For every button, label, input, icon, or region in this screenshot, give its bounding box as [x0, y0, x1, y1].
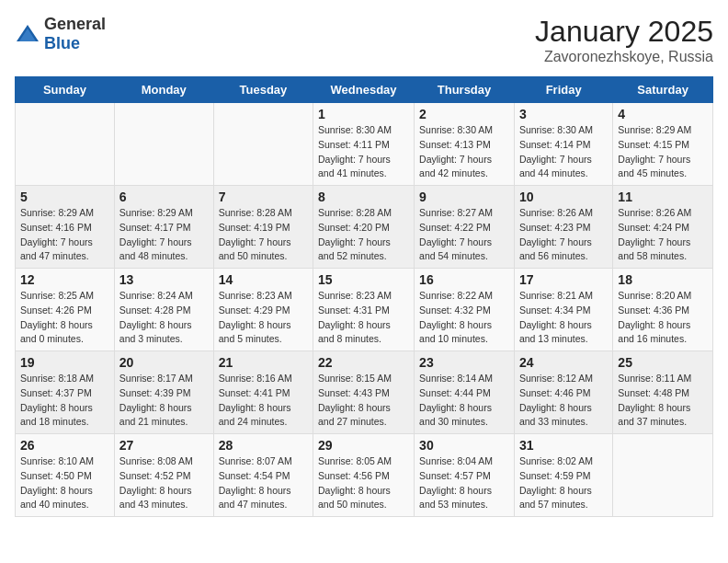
day-info: Sunrise: 8:30 AM Sunset: 4:14 PM Dayligh…	[519, 123, 608, 181]
calendar-cell: 25Sunrise: 8:11 AM Sunset: 4:48 PM Dayli…	[613, 351, 713, 434]
day-number: 30	[419, 438, 509, 453]
weekday-header: Saturday	[613, 77, 713, 103]
calendar-cell: 17Sunrise: 8:21 AM Sunset: 4:34 PM Dayli…	[514, 269, 612, 351]
day-number: 5	[20, 190, 109, 204]
weekday-header: Sunday	[16, 77, 115, 103]
calendar-cell: 20Sunrise: 8:17 AM Sunset: 4:39 PM Dayli…	[114, 351, 213, 434]
day-info: Sunrise: 8:28 AM Sunset: 4:19 PM Dayligh…	[219, 206, 308, 264]
day-number: 2	[419, 107, 509, 121]
day-number: 19	[20, 355, 109, 370]
day-info: Sunrise: 8:07 AM Sunset: 4:54 PM Dayligh…	[219, 454, 308, 512]
day-number: 28	[219, 438, 308, 453]
weekday-header: Tuesday	[213, 77, 313, 103]
calendar-cell: 2Sunrise: 8:30 AM Sunset: 4:13 PM Daylig…	[415, 103, 515, 186]
calendar-cell: 19Sunrise: 8:18 AM Sunset: 4:37 PM Dayli…	[16, 351, 115, 434]
calendar-cell: 5Sunrise: 8:29 AM Sunset: 4:16 PM Daylig…	[16, 186, 115, 269]
day-number: 18	[618, 272, 708, 287]
day-info: Sunrise: 8:25 AM Sunset: 4:26 PM Dayligh…	[20, 289, 109, 347]
day-number: 23	[419, 355, 509, 370]
day-info: Sunrise: 8:02 AM Sunset: 4:59 PM Dayligh…	[519, 454, 608, 512]
day-info: Sunrise: 8:24 AM Sunset: 4:28 PM Dayligh…	[119, 289, 209, 347]
day-number: 8	[318, 190, 409, 204]
calendar-cell: 9Sunrise: 8:27 AM Sunset: 4:22 PM Daylig…	[415, 186, 515, 269]
day-info: Sunrise: 8:27 AM Sunset: 4:22 PM Dayligh…	[419, 206, 509, 264]
day-number: 11	[618, 190, 708, 204]
calendar-cell: 26Sunrise: 8:10 AM Sunset: 4:50 PM Dayli…	[16, 434, 115, 517]
calendar-cell	[114, 103, 213, 186]
day-info: Sunrise: 8:26 AM Sunset: 4:23 PM Dayligh…	[519, 206, 608, 264]
day-info: Sunrise: 8:21 AM Sunset: 4:34 PM Dayligh…	[519, 289, 608, 347]
calendar-cell: 1Sunrise: 8:30 AM Sunset: 4:11 PM Daylig…	[313, 103, 415, 186]
calendar-cell: 31Sunrise: 8:02 AM Sunset: 4:59 PM Dayli…	[514, 434, 612, 517]
weekday-header: Wednesday	[313, 77, 415, 103]
calendar-cell: 24Sunrise: 8:12 AM Sunset: 4:46 PM Dayli…	[514, 351, 612, 434]
calendar-week-row: 26Sunrise: 8:10 AM Sunset: 4:50 PM Dayli…	[16, 434, 713, 517]
day-info: Sunrise: 8:05 AM Sunset: 4:56 PM Dayligh…	[318, 454, 409, 512]
location-title: Zavoronezhskoye, Russia	[535, 49, 713, 65]
day-number: 1	[318, 107, 409, 121]
day-info: Sunrise: 8:17 AM Sunset: 4:39 PM Dayligh…	[119, 372, 209, 430]
month-title: January 2025	[535, 15, 713, 49]
day-number: 4	[618, 107, 708, 121]
day-number: 6	[119, 190, 209, 204]
calendar-week-row: 1Sunrise: 8:30 AM Sunset: 4:11 PM Daylig…	[16, 103, 713, 186]
logo-icon	[15, 21, 40, 47]
calendar-cell: 21Sunrise: 8:16 AM Sunset: 4:41 PM Dayli…	[213, 351, 313, 434]
day-number: 27	[119, 438, 209, 453]
calendar-cell: 28Sunrise: 8:07 AM Sunset: 4:54 PM Dayli…	[213, 434, 313, 517]
calendar-week-row: 5Sunrise: 8:29 AM Sunset: 4:16 PM Daylig…	[16, 186, 713, 269]
day-info: Sunrise: 8:15 AM Sunset: 4:43 PM Dayligh…	[318, 372, 409, 430]
day-number: 14	[219, 272, 308, 287]
calendar-cell: 6Sunrise: 8:29 AM Sunset: 4:17 PM Daylig…	[114, 186, 213, 269]
day-number: 9	[419, 190, 509, 204]
day-info: Sunrise: 8:18 AM Sunset: 4:37 PM Dayligh…	[20, 372, 109, 430]
calendar-cell: 22Sunrise: 8:15 AM Sunset: 4:43 PM Dayli…	[313, 351, 415, 434]
calendar-cell: 30Sunrise: 8:04 AM Sunset: 4:57 PM Dayli…	[415, 434, 515, 517]
day-number: 25	[618, 355, 708, 370]
calendar-cell: 13Sunrise: 8:24 AM Sunset: 4:28 PM Dayli…	[114, 269, 213, 351]
day-info: Sunrise: 8:04 AM Sunset: 4:57 PM Dayligh…	[419, 454, 509, 512]
calendar-week-row: 19Sunrise: 8:18 AM Sunset: 4:37 PM Dayli…	[16, 351, 713, 434]
day-info: Sunrise: 8:23 AM Sunset: 4:29 PM Dayligh…	[219, 289, 308, 347]
day-info: Sunrise: 8:26 AM Sunset: 4:24 PM Dayligh…	[618, 206, 708, 264]
day-number: 3	[519, 107, 608, 121]
logo-blue: Blue	[44, 34, 80, 52]
day-number: 13	[119, 272, 209, 287]
logo: General Blue	[15, 15, 106, 53]
calendar-cell: 23Sunrise: 8:14 AM Sunset: 4:44 PM Dayli…	[415, 351, 515, 434]
day-number: 22	[318, 355, 409, 370]
calendar-cell: 15Sunrise: 8:23 AM Sunset: 4:31 PM Dayli…	[313, 269, 415, 351]
day-info: Sunrise: 8:08 AM Sunset: 4:52 PM Dayligh…	[119, 454, 209, 512]
day-number: 29	[318, 438, 409, 453]
day-number: 10	[519, 190, 608, 204]
day-info: Sunrise: 8:10 AM Sunset: 4:50 PM Dayligh…	[20, 454, 109, 512]
day-number: 21	[219, 355, 308, 370]
day-number: 12	[20, 272, 109, 287]
day-info: Sunrise: 8:29 AM Sunset: 4:16 PM Dayligh…	[20, 206, 109, 264]
calendar-week-row: 12Sunrise: 8:25 AM Sunset: 4:26 PM Dayli…	[16, 269, 713, 351]
weekday-header: Monday	[114, 77, 213, 103]
calendar-cell: 11Sunrise: 8:26 AM Sunset: 4:24 PM Dayli…	[613, 186, 713, 269]
day-number: 24	[519, 355, 608, 370]
page-header: General Blue January 2025 Zavoronezhskoy…	[15, 15, 713, 65]
weekday-header: Thursday	[415, 77, 515, 103]
day-number: 17	[519, 272, 608, 287]
calendar-cell: 12Sunrise: 8:25 AM Sunset: 4:26 PM Dayli…	[16, 269, 115, 351]
calendar-cell: 7Sunrise: 8:28 AM Sunset: 4:19 PM Daylig…	[213, 186, 313, 269]
calendar-cell: 18Sunrise: 8:20 AM Sunset: 4:36 PM Dayli…	[613, 269, 713, 351]
day-info: Sunrise: 8:30 AM Sunset: 4:13 PM Dayligh…	[419, 123, 509, 181]
logo-general: General	[44, 15, 106, 33]
day-number: 16	[419, 272, 509, 287]
calendar-cell: 29Sunrise: 8:05 AM Sunset: 4:56 PM Dayli…	[313, 434, 415, 517]
calendar-cell: 10Sunrise: 8:26 AM Sunset: 4:23 PM Dayli…	[514, 186, 612, 269]
day-info: Sunrise: 8:14 AM Sunset: 4:44 PM Dayligh…	[419, 372, 509, 430]
day-number: 7	[219, 190, 308, 204]
calendar-cell: 8Sunrise: 8:28 AM Sunset: 4:20 PM Daylig…	[313, 186, 415, 269]
day-number: 26	[20, 438, 109, 453]
day-info: Sunrise: 8:29 AM Sunset: 4:17 PM Dayligh…	[119, 206, 209, 264]
weekday-header: Friday	[514, 77, 612, 103]
calendar-cell	[613, 434, 713, 517]
calendar-cell	[213, 103, 313, 186]
day-info: Sunrise: 8:22 AM Sunset: 4:32 PM Dayligh…	[419, 289, 509, 347]
day-info: Sunrise: 8:11 AM Sunset: 4:48 PM Dayligh…	[618, 372, 708, 430]
